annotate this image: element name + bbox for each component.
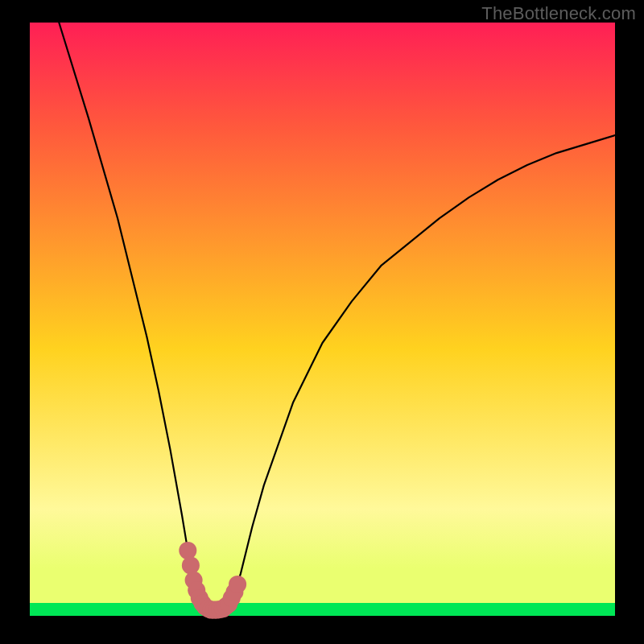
highlight-dot [182, 556, 200, 574]
bottleneck-plot [0, 0, 644, 644]
plot-background [30, 23, 615, 616]
chart-frame: TheBottleneck.com [0, 0, 644, 644]
highlight-dot [229, 576, 246, 593]
highlight-dot [179, 542, 196, 559]
green-strip [30, 603, 615, 616]
watermark-text: TheBottleneck.com [481, 3, 636, 24]
